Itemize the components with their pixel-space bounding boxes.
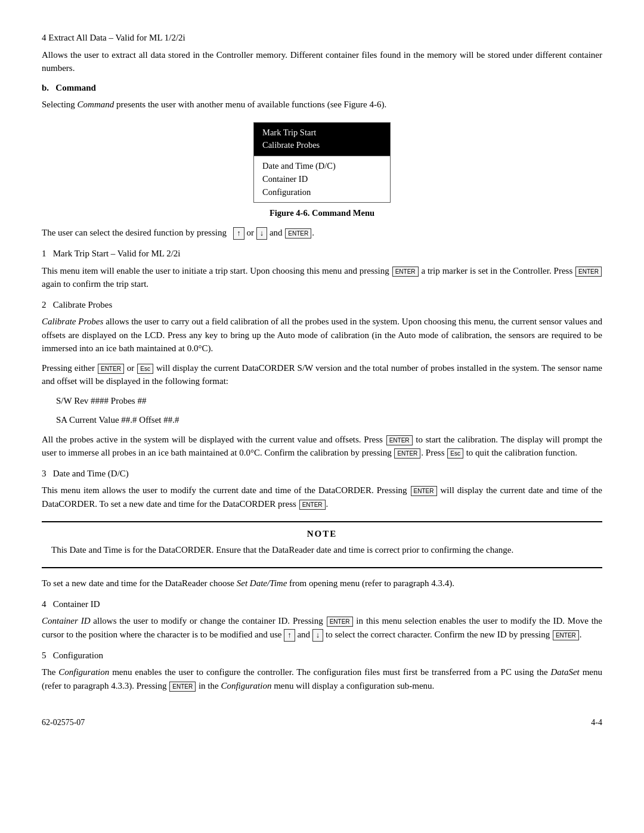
down-arrow-key-4	[312, 629, 324, 642]
down-arrow-key	[256, 227, 268, 240]
item5-heading: 5 Configuration	[42, 649, 602, 662]
item2-desc1: Calibrate Probes allows the user to carr…	[42, 315, 602, 355]
enter-key-1b: ENTER	[575, 267, 602, 277]
select-and: and	[270, 228, 284, 237]
footer-left: 62-02575-07	[42, 716, 85, 729]
container-id-italic: Container ID	[42, 616, 91, 625]
enter-key-2a: ENTER	[98, 364, 124, 374]
figure-4-6-container: Mark Trip Start Calibrate Probes Date an…	[42, 122, 602, 221]
item1-heading: 1 Mark Trip Start – Valid for ML 2/2i	[42, 247, 602, 261]
section-b-heading: b. Command	[42, 81, 602, 95]
set-date-italic: Set Date/Time	[237, 578, 287, 588]
note-text: This Date and Time is for the DataCORDER…	[51, 543, 593, 557]
configuration-italic: Configuration	[58, 667, 109, 677]
command-menu-box: Mark Trip Start Calibrate Probes Date an…	[253, 122, 391, 203]
note-title: NOTE	[51, 527, 593, 541]
enter-key-3a: ENTER	[411, 486, 437, 496]
select-instruction-para: The user can select the desired function…	[42, 226, 602, 240]
section-b-title: Command	[55, 83, 96, 92]
enter-key-4b: ENTER	[553, 630, 579, 640]
select-instruction-text: The user can select the desired function…	[42, 228, 227, 237]
enter-key-2c: ENTER	[394, 448, 420, 459]
item3-heading: 3 Date and Time (D/C)	[42, 467, 602, 481]
note-box: NOTE This Date and Time is for the DataC…	[42, 521, 602, 568]
dataset-italic: DataSet	[550, 667, 579, 677]
item4b-heading: 4 Container ID	[42, 597, 602, 611]
esc-key-2b: Esc	[447, 448, 463, 459]
format1: S/W Rev #### Probes ##	[56, 394, 602, 408]
footer: 62-02575-07 4-4	[42, 716, 602, 729]
command-italic: Command	[78, 100, 114, 109]
item4-desc: Allows the user to extract all data stor…	[42, 48, 602, 75]
item4-heading: 4 Extract All Data – Valid for ML 1/2/2i	[42, 31, 602, 45]
figure-caption: Figure 4-6. Command Menu	[270, 207, 374, 220]
enter-key-inline: ENTER	[285, 228, 311, 239]
menu-mark-trip-start: Mark Trip Start Calibrate Probes	[254, 123, 390, 156]
enter-key-1a: ENTER	[392, 267, 419, 277]
enter-key-4a: ENTER	[327, 617, 353, 627]
item5-desc: The Configuration menu enables the user …	[42, 665, 602, 692]
up-arrow-key	[233, 227, 244, 240]
section-b-intro: Selecting Command presents the user with…	[42, 98, 602, 112]
esc-key-2a: Esc	[137, 364, 153, 374]
item3-desc: This menu item allows the user to modify…	[42, 484, 602, 510]
configuration-italic-2: Configuration	[221, 681, 271, 690]
menu-date-time: Date and Time (D/C) Container ID Configu…	[254, 156, 390, 202]
format2: SA Current Value ##.# Offset ##.#	[56, 413, 602, 427]
up-arrow-key-4	[284, 629, 295, 642]
calibrate-probes-italic: Calibrate Probes	[42, 317, 103, 326]
enter-key-3b: ENTER	[299, 500, 326, 510]
enter-key-5: ENTER	[169, 682, 196, 692]
set-date-para: To set a new date and time for the DataR…	[42, 577, 602, 590]
enter-key-2b: ENTER	[386, 435, 413, 445]
item1-desc: This menu item will enable the user to i…	[42, 264, 602, 291]
section-b-label: b.	[42, 83, 49, 92]
item2-desc2: Pressing either ENTER or Esc will displa…	[42, 361, 602, 388]
select-or: or	[246, 228, 256, 237]
footer-right: 4-4	[591, 716, 602, 729]
item2-heading: 2 Calibrate Probes	[42, 298, 602, 312]
item4b-desc: Container ID allows the user to modify o…	[42, 614, 602, 642]
item2-desc3: All the probes active in the system will…	[42, 433, 602, 460]
